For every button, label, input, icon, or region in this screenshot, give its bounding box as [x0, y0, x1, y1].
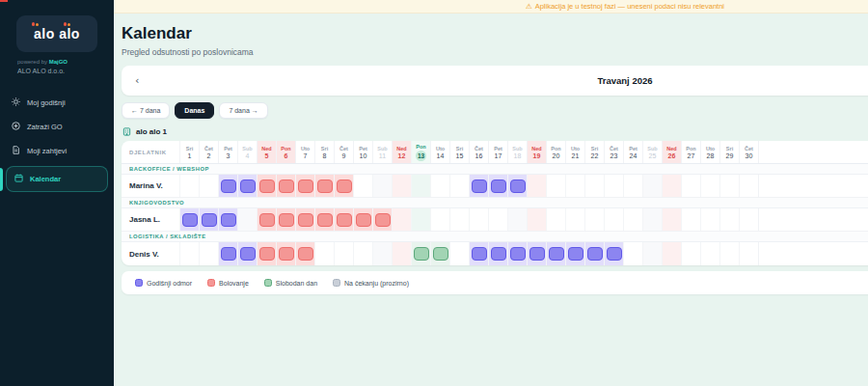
legend-swatch	[135, 279, 143, 287]
employee-name: Denis V.	[129, 250, 159, 259]
day-header-cell: Ned26	[662, 141, 681, 163]
day-header-cell: Čet9	[334, 141, 353, 163]
absence-pill-free[interactable]	[433, 247, 448, 261]
absence-pill-vacation[interactable]	[510, 179, 526, 193]
calendar-cell	[700, 242, 719, 265]
calendar-cell	[179, 242, 199, 265]
sidebar: alo alo powered by MajGO ALO ALO d.o.o. …	[0, 0, 114, 386]
calendar-cell	[199, 242, 218, 265]
day-header-cell: Pon20	[546, 141, 565, 163]
sidebar-item-moj-godi-nji[interactable]: Moj godišnji	[0, 91, 114, 115]
absence-pill-sick[interactable]	[279, 179, 294, 193]
absence-pill-vacation[interactable]	[549, 247, 564, 261]
absence-pill-vacation[interactable]	[240, 247, 256, 261]
sidebar-item-zatra-i-go[interactable]: Zatraži GO	[0, 115, 114, 139]
calendar-cell	[719, 208, 739, 231]
absence-pill-vacation[interactable]	[529, 247, 545, 261]
row-filler	[758, 242, 868, 265]
calendar-cell	[430, 242, 449, 265]
calendar-cell	[276, 175, 295, 197]
prev-month-button[interactable]: ‹	[135, 75, 139, 86]
absence-pill-vacation[interactable]	[568, 247, 583, 261]
calendar-cell	[739, 208, 758, 231]
calendar-cell	[199, 208, 218, 231]
calendar-cell	[430, 175, 449, 197]
day-header-cell: Pet17	[488, 141, 507, 163]
absence-pill-sick[interactable]	[279, 213, 294, 227]
calendar-cell	[507, 208, 527, 231]
absence-pill-vacation[interactable]	[472, 247, 487, 261]
absence-pill-sick[interactable]	[298, 213, 313, 227]
absence-pill-sick[interactable]	[337, 213, 352, 227]
calendar-cell	[218, 208, 237, 231]
absence-pill-vacation[interactable]	[587, 247, 603, 261]
absence-pill-sick[interactable]	[337, 179, 352, 193]
today-button[interactable]: Danas	[175, 102, 214, 119]
calendar-cell	[719, 175, 739, 197]
calendar-cell	[527, 242, 546, 265]
day-header-cell: Sub4	[237, 141, 257, 163]
prev-7-days-button[interactable]: ← 7 dana	[122, 102, 170, 119]
absence-pill-vacation[interactable]	[491, 179, 506, 193]
calendar-cell	[469, 175, 488, 197]
month-title: Travanj 2026	[122, 75, 868, 86]
legend-label: Na čekanju (prozirno)	[344, 280, 409, 287]
calendar-cell	[314, 208, 334, 231]
absence-pill-sick[interactable]	[317, 213, 333, 227]
calendar-cell	[662, 208, 681, 231]
absence-pill-vacation[interactable]	[221, 179, 236, 193]
absence-pill-vacation[interactable]	[510, 247, 526, 261]
day-header-cell: Sub25	[642, 141, 662, 163]
absence-pill-sick[interactable]	[259, 247, 275, 261]
screen-edge-artifact	[0, 0, 8, 2]
absence-pill-vacation[interactable]	[472, 179, 487, 193]
calendar-cell	[372, 208, 392, 231]
legend-swatch	[264, 279, 272, 287]
calendar-cell	[430, 208, 449, 231]
calendar-cell	[584, 242, 604, 265]
absence-pill-sick[interactable]	[298, 179, 313, 193]
absence-pill-vacation[interactable]	[182, 213, 198, 227]
location-name: alo alo 1	[136, 127, 167, 136]
calendar-cell	[411, 208, 430, 231]
calendar-icon	[14, 174, 23, 184]
absence-pill-sick[interactable]	[259, 213, 275, 227]
calendar-cell	[276, 208, 295, 231]
sidebar-item-moji-zahtjevi[interactable]: Moji zahtjevi	[0, 139, 114, 163]
absence-pill-vacation[interactable]	[607, 247, 622, 261]
absence-pill-sick[interactable]	[259, 179, 275, 193]
calendar-cell	[681, 242, 700, 265]
day-header-cell: Čet16	[469, 141, 488, 163]
absence-pill-sick[interactable]	[298, 247, 313, 261]
calendar-cell	[662, 175, 681, 197]
calendar-cell	[257, 175, 276, 197]
calendar-cell	[488, 242, 507, 265]
calendar-cell	[449, 208, 469, 231]
calendar-cell	[237, 208, 257, 231]
absence-pill-vacation[interactable]	[491, 247, 506, 261]
row-filler	[758, 208, 868, 231]
calendar-cell	[334, 242, 353, 265]
absence-pill-free[interactable]	[414, 247, 429, 261]
calendar-cell	[295, 242, 314, 265]
month-navigation: ‹ Travanj 2026	[122, 66, 868, 96]
absence-pill-sick[interactable]	[375, 213, 391, 227]
absence-pill-vacation[interactable]	[240, 179, 256, 193]
absence-pill-vacation[interactable]	[221, 247, 236, 261]
next-7-days-button[interactable]: 7 dana →	[219, 102, 267, 119]
calendar-cell	[276, 242, 295, 265]
legend-label: Godišnji odmor	[147, 280, 192, 287]
absence-pill-sick[interactable]	[317, 179, 333, 193]
group-row: BACKOFFICE / WEBSHOP	[122, 164, 868, 175]
calendar-cell	[546, 208, 565, 231]
absence-pill-sick[interactable]	[356, 213, 371, 227]
group-row: KNJIGOVODSTVO	[122, 198, 868, 208]
absence-pill-vacation[interactable]	[202, 213, 217, 227]
day-header-cell: Pon6	[276, 141, 295, 163]
day-header-cell: Ned5	[257, 141, 276, 163]
absence-pill-sick[interactable]	[279, 247, 294, 261]
sidebar-item-kalendar[interactable]: Kalendar	[6, 166, 108, 192]
calendar-cell	[623, 208, 642, 231]
absence-pill-vacation[interactable]	[221, 213, 236, 227]
day-header-cell: Sri22	[584, 141, 604, 163]
